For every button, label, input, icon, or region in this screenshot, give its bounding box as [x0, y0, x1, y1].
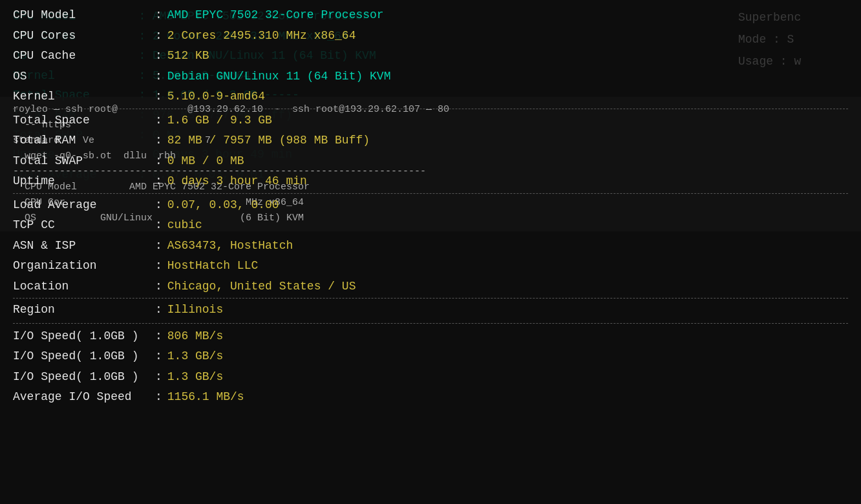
row-label: Load Average [13, 195, 155, 216]
row-value: 512 KB [167, 46, 209, 67]
row-value: HostHatch LLC [167, 256, 258, 277]
io-row: I/O Speed( 1.0GB ): 806 MB/s [13, 326, 848, 347]
row-colon: : [155, 171, 162, 192]
row-colon: : [155, 236, 162, 257]
info-row: Load Average: 0.07, 0.03, 0.00 [13, 195, 848, 216]
row-colon: : [155, 110, 162, 131]
io-row-value: 1156.1 MB/s [167, 387, 244, 408]
row-value: 0 days 3 hour 46 min [167, 171, 307, 192]
row-value: 0.07, 0.03, 0.00 [167, 195, 279, 216]
row-colon: : [155, 67, 162, 87]
separator-line [13, 193, 848, 194]
row-label: Kernel [13, 87, 155, 107]
row-value: 1.6 GB / 9.3 GB [167, 110, 272, 131]
row-value: cubic [167, 215, 202, 236]
row-value: 82 MB / 7957 MB (988 MB Buff) [167, 131, 370, 151]
info-row: Total RAM: 82 MB / 7957 MB (988 MB Buff) [13, 131, 848, 151]
io-row: I/O Speed( 1.0GB ): 1.3 GB/s [13, 346, 848, 367]
info-row: Uptime: 0 days 3 hour 46 min [13, 171, 848, 192]
row-label: Total Space [13, 110, 155, 131]
info-row: Location: Chicago, United States / US [13, 277, 848, 297]
info-row: CPU Model: AMD EPYC 7502 32-Core Process… [13, 5, 848, 26]
row-value: 0 MB / 0 MB [167, 151, 244, 172]
info-row: Total Space: 1.6 GB / 9.3 GB [13, 110, 848, 131]
io-row-label: I/O Speed( 1.0GB ) [13, 326, 155, 347]
row-label: Organization [13, 256, 155, 277]
row-colon: : [155, 151, 162, 172]
row-label: Region [13, 300, 155, 320]
info-row: CPU Cache: 512 KB [13, 46, 848, 67]
io-separator [13, 323, 848, 324]
row-colon: : [155, 5, 162, 26]
info-row: Kernel: 5.10.0-9-amd64 [13, 87, 848, 107]
info-row: Region: Illinois [13, 300, 848, 320]
separator-line [13, 109, 848, 109]
row-label: TCP CC [13, 215, 155, 236]
row-colon: : [155, 46, 162, 67]
io-row: Average I/O Speed: 1156.1 MB/s [13, 387, 848, 408]
row-colon: : [155, 26, 162, 47]
row-label: ASN & ISP [13, 236, 155, 257]
row-colon: : [155, 87, 162, 107]
row-value: 2 Cores 2495.310 MHz x86_64 [167, 26, 356, 47]
row-value: AS63473, HostHatch [167, 236, 293, 257]
row-colon: : [155, 277, 162, 297]
row-label: Location [13, 277, 155, 297]
io-row-value: 806 MB/s [167, 326, 223, 347]
io-row-colon: : [155, 367, 162, 388]
row-colon: : [155, 300, 162, 320]
row-label: Total SWAP [13, 151, 155, 172]
row-colon: : [155, 256, 162, 277]
row-value: 5.10.0-9-amd64 [167, 87, 265, 107]
row-value: Debian GNU/Linux 11 (64 Bit) KVM [167, 67, 391, 87]
io-row-label: Average I/O Speed [13, 387, 155, 408]
io-row-value: 1.3 GB/s [167, 367, 223, 388]
info-row: TCP CC: cubic [13, 215, 848, 236]
row-label: Uptime [13, 171, 155, 192]
info-row: Total SWAP: 0 MB / 0 MB [13, 151, 848, 172]
row-value: AMD EPYC 7502 32-Core Processor [167, 5, 384, 26]
info-row: OS: Debian GNU/Linux 11 (64 Bit) KVM [13, 67, 848, 87]
main-content: CPU Model: AMD EPYC 7502 32-Core Process… [0, 0, 861, 413]
row-label: Total RAM [13, 131, 155, 151]
row-label: CPU Cache [13, 46, 155, 67]
io-row-colon: : [155, 387, 162, 408]
row-colon: : [155, 131, 162, 151]
io-row-colon: : [155, 326, 162, 347]
row-colon: : [155, 195, 162, 216]
io-row: I/O Speed( 1.0GB ): 1.3 GB/s [13, 367, 848, 388]
io-row-label: I/O Speed( 1.0GB ) [13, 367, 155, 388]
row-value: Chicago, United States / US [167, 277, 356, 297]
row-label: CPU Cores [13, 26, 155, 47]
separator-line [13, 298, 848, 299]
row-value: Illinois [167, 300, 223, 320]
io-row-label: I/O Speed( 1.0GB ) [13, 346, 155, 367]
row-colon: : [155, 215, 162, 236]
info-row: ASN & ISP: AS63473, HostHatch [13, 236, 848, 257]
row-label: OS [13, 67, 155, 87]
row-label: CPU Model [13, 5, 155, 26]
io-row-value: 1.3 GB/s [167, 346, 223, 367]
info-row: Organization: HostHatch LLC [13, 256, 848, 277]
info-row: CPU Cores: 2 Cores 2495.310 MHz x86_64 [13, 26, 848, 47]
io-row-colon: : [155, 346, 162, 367]
